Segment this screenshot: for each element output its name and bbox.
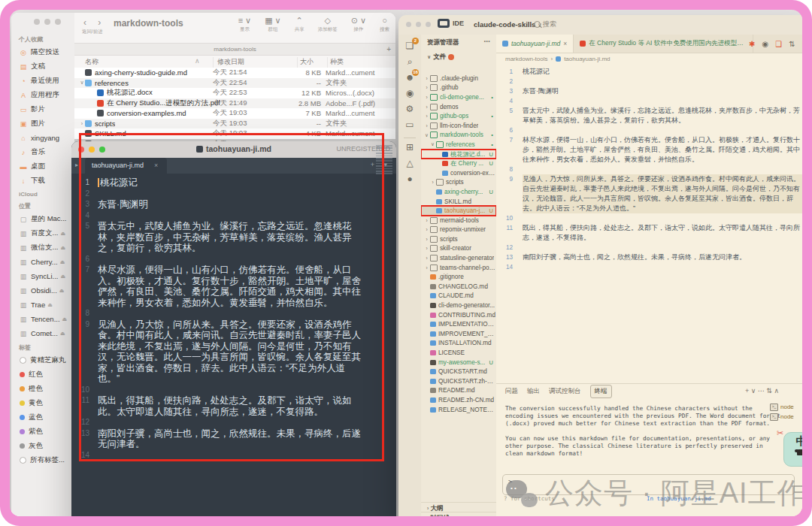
tree-item-SKILL.md[interactable]: SKILL.md	[421, 197, 496, 207]
more-actions-icon[interactable]: ⋯	[484, 38, 492, 45]
close-tab-icon[interactable]: ×	[563, 40, 567, 47]
tree-item-桃花源记.d...[interactable]: 桃花源记.d...U	[421, 150, 496, 159]
tree-item-CONTRIBUTING.md[interactable]: CONTRIBUTING.md	[421, 310, 496, 320]
tree-item-llm-icon-finder[interactable]: ›llm-icon-finder	[421, 121, 496, 131]
sidebar-item-应用程序[interactable]: A应用程序	[11, 88, 74, 102]
eject-icon[interactable]: ⏏	[60, 274, 65, 280]
terminal-session-node[interactable]: >_node	[770, 412, 802, 422]
editor-line-10[interactable]: 10	[496, 213, 802, 223]
sidebar-item-SyncLi...[interactable]: ▥SyncLi...⏏	[11, 269, 74, 283]
sidebar-item-所有标签...[interactable]: 所有标签...	[11, 453, 74, 467]
terminal-session-node[interactable]: >_node	[770, 402, 802, 412]
tree-item-.github[interactable]: ›.github	[421, 83, 496, 93]
panel-action-icons[interactable]: + ∨ ⋯ ⇅ ∧	[745, 387, 779, 394]
sidebar-item-红色[interactable]: 红色	[11, 367, 74, 382]
terminal-prompt-input[interactable]: >	[502, 474, 795, 495]
sidebar-toggle-icon[interactable]: ▸	[75, 162, 78, 168]
column-date[interactable]: 修改日期	[217, 57, 244, 67]
column-name[interactable]: 名称	[85, 57, 98, 67]
tree-item-statusline-generator[interactable]: ›statusline-generator	[421, 253, 496, 263]
sidebar-item-星的 Mac...[interactable]: ▢星的 Mac...	[11, 212, 74, 226]
tree-item-INSTALLATION.md[interactable]: INSTALLATION.md	[421, 339, 496, 349]
close-icon[interactable]	[406, 22, 411, 27]
tree-item-CHANGELOG.md[interactable]: CHANGELOG.md	[421, 282, 496, 292]
preview-eye-icon[interactable]: ◉	[398, 88, 421, 98]
panel-tab-终端[interactable]: 终端	[590, 385, 612, 398]
file-row-桃花源记.docx[interactable]: 桃花源记.docx今天 22:5312 KBMicros...(.docx)	[74, 88, 395, 98]
zoom-icon[interactable]	[55, 19, 61, 25]
tree-item-README.md[interactable]: README.md	[421, 386, 496, 396]
tree-item-scripts[interactable]: ›scripts	[421, 178, 496, 188]
tree-item-conversion-exa...[interactable]: conversion-exa...	[421, 168, 496, 178]
tree-item-CLAUDE.md[interactable]: CLAUDE.md	[421, 292, 496, 301]
list-view-button[interactable]: ≡ ∨显示	[238, 16, 252, 33]
eject-icon[interactable]: ⏏	[62, 316, 68, 322]
debug-icon[interactable]: ⚙	[398, 104, 421, 114]
editor-line-9[interactable]: 9见渔人，乃大惊，问所从来。具答之。便要还家，设酒杀鸡作食。村中闻有此人，咸来问…	[496, 174, 802, 213]
tree-item-README.zh-CN.md[interactable]: README.zh-CN.md	[421, 395, 496, 405]
minimize-icon[interactable]	[416, 22, 421, 27]
terminal-icon[interactable]: ▭	[398, 119, 421, 130]
sidebar-item-蓝色[interactable]: 蓝色	[11, 410, 74, 425]
ai-assistant-icon[interactable]: ☻16	[398, 72, 421, 83]
terminal-output[interactable]: The conversion successfully handled the …	[505, 405, 783, 465]
sidebar-item-隔空投送[interactable]: ◎隔空投送	[11, 45, 74, 59]
tree-item-github-ops[interactable]: ›github-ops•	[421, 111, 496, 121]
sidebar-item-黄精芝麻丸[interactable]: 黄精芝麻丸	[11, 353, 74, 367]
file-row-在 Cherry Studio...进模型的方法.pdf[interactable]: 在 Cherry Studio...进模型的方法.pdf今天 21:492.8 …	[74, 98, 395, 109]
comment-icon[interactable]: ❑	[775, 40, 782, 48]
sidebar-item-下载[interactable]: ↓下载	[11, 174, 74, 188]
eject-icon[interactable]: ⏏	[60, 245, 65, 251]
editor-line-5[interactable]: 5晋太元中，武陵人捕鱼为业。缘溪行，忘路之远近。忽逢桃花林，夹岸数百步，中无杂树…	[496, 106, 802, 125]
files-section-header[interactable]: ∨ 文件	[421, 52, 496, 62]
claude-icon[interactable]: ✱	[749, 40, 755, 48]
editor-line-4[interactable]: 4	[496, 96, 802, 106]
sidebar-item-影片[interactable]: ▭影片	[11, 102, 74, 116]
tree-item-my-awesome-s...[interactable]: my-awesome-s...U	[421, 358, 496, 367]
file-row-conversion-examples.md[interactable]: conversion-examples.md今天 19:037 KBMarkd.…	[74, 108, 395, 119]
panel-tab-调试控制台[interactable]: 调试控制台	[549, 387, 581, 396]
tree-item-references[interactable]: ∨references•	[421, 140, 496, 150]
tree-item-demos[interactable]: ›demos	[421, 102, 496, 112]
action-button[interactable]: ⊙ ∨操作	[351, 16, 366, 33]
panel-tab-问题[interactable]: 问题	[505, 387, 518, 396]
sidebar-item-微信支...[interactable]: ▥微信支...⏏	[11, 240, 74, 255]
tree-item-IMPROVEMENT_PL...[interactable]: IMPROVEMENT_PL...	[421, 329, 496, 339]
zoom-icon[interactable]	[426, 22, 431, 27]
tree-item-axing-cherry...[interactable]: axing-cherry...U	[421, 187, 496, 197]
tag-button[interactable]: ◇添加标签	[318, 16, 338, 33]
panel-tab-输出[interactable]: 输出	[527, 387, 540, 396]
finder-tab[interactable]: markdown-tools	[214, 46, 256, 53]
search-button[interactable]: ○搜索	[380, 16, 389, 33]
editor-tab-2[interactable]: 在 Cherry Studio 等 AI 软件中免费使用国内先进模型的方	[574, 35, 753, 53]
finder-traffic-lights[interactable]	[34, 19, 61, 25]
ide-traffic-lights[interactable]	[406, 22, 431, 27]
eject-icon[interactable]: ⏏	[59, 288, 65, 294]
search-icon[interactable]: ⌕	[398, 56, 421, 67]
sidebar-item-灰色[interactable]: 灰色	[11, 439, 74, 453]
breadcrumb[interactable]: markdown-tools › taohuayuan-ji.md	[496, 53, 802, 64]
tree-item-teams-channel-pos...[interactable]: ›teams-channel-pos...	[421, 263, 496, 273]
editor-line-7[interactable]: 7林尽水源，便得一山，山有小口，仿佛若有光。便舍船，从口入。初极狭，才通人。复行…	[496, 135, 802, 165]
tree-item-LICENSE[interactable]: LICENSE	[421, 348, 496, 358]
share-button[interactable]: ⌃共享	[295, 16, 304, 33]
editor-line-2[interactable]: 2	[496, 77, 802, 86]
tree-item-QUICKSTART.zh-C...[interactable]: QUICKSTART.zh-C...	[421, 376, 496, 386]
back-forward-buttons[interactable]: ‹ ›	[83, 17, 105, 28]
new-tab-button[interactable]: +	[386, 44, 391, 55]
tree-item-repomix-unmixer[interactable]: ›repomix-unmixer	[421, 225, 496, 235]
tree-item-QUICKSTART.md[interactable]: QUICKSTART.md	[421, 367, 496, 376]
preview-icon[interactable]: ◉	[762, 40, 768, 48]
tree-item-IMPLEMENTATION_...[interactable]: IMPLEMENTATION_...	[421, 319, 496, 329]
sidebar-item-Tencen...[interactable]: ▥Tencen...⏏	[11, 312, 74, 326]
editor-line-1[interactable]: 1桃花源记	[496, 67, 802, 77]
tree-item-taohuayuan-j...[interactable]: taohuayuan-j...U	[421, 206, 496, 216]
tree-item-scripts[interactable]: ›scripts	[421, 234, 496, 244]
minimize-icon[interactable]	[44, 19, 50, 25]
editor-line-8[interactable]: 8	[496, 165, 802, 174]
global-search[interactable]: 搜索	[534, 20, 556, 29]
tree-item-cli-demo-gene...[interactable]: ›cli-demo-gene...•	[421, 92, 496, 102]
code-editor[interactable]: 1桃花源记23东晋·陶渊明45晋太元中，武陵人捕鱼为业。缘溪行，忘路之远近。忽逢…	[496, 63, 802, 384]
tree-item-mermaid-tools[interactable]: ›mermaid-tools	[421, 216, 496, 225]
editor-tab-1[interactable]: taohuayuan-ji.md×	[496, 35, 574, 53]
